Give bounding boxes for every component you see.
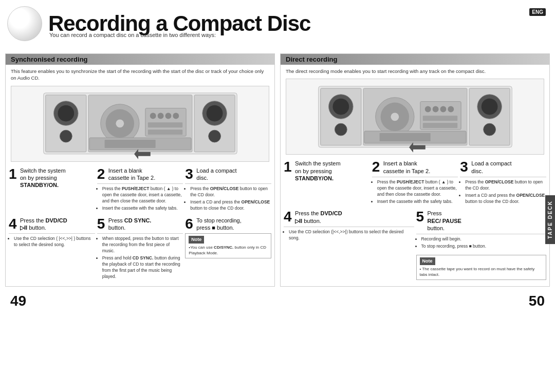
note-label: Note [420, 257, 435, 265]
step-num: 4 [284, 210, 293, 224]
right-heading: Direct recording [286, 55, 337, 63]
left-step-3: 3 Load a compactdisc. Press the OPEN/CLO… [185, 167, 271, 215]
svg-rect-14 [147, 123, 182, 128]
right-device-svg [293, 81, 538, 153]
left-step-4: 4 Press the DVD/CD▷II button. Use the CD… [9, 217, 95, 283]
step-title: Load a compactdisc. [196, 167, 236, 182]
left-step-6: 6 To stop recording,press ■ button. Note… [185, 217, 271, 283]
svg-point-21 [208, 130, 220, 142]
svg-point-33 [424, 106, 431, 112]
svg-point-3 [58, 105, 74, 122]
step-details: Press the PUSH/EJECT button ( ▲ ) to ope… [372, 177, 458, 208]
left-column: Synchronised recording This feature enab… [5, 53, 275, 287]
step-title: Insert a blankcassette in Tape 2. [383, 160, 431, 175]
svg-point-34 [432, 106, 438, 112]
left-step-2: 2 Insert a blankcassette in Tape 2. Pres… [97, 167, 183, 215]
step-num: 1 [9, 167, 18, 181]
left-steps-bottom: 4 Press the DVD/CD▷II button. Use the CD… [6, 216, 274, 286]
svg-point-36 [448, 106, 454, 112]
step-title: Press the DVD/CD▷II button. [295, 210, 342, 225]
left-note: Note •You can use CD/SYNC. button only i… [185, 233, 271, 258]
step-title: Insert a blankcassette in Tape 2. [108, 167, 156, 182]
tape-deck-tab: TAPE DECK [545, 195, 555, 244]
right-step-3: 3 Load a compactdisc. Press the OPEN/CLO… [460, 160, 546, 208]
left-desc: This feature enables you to synchronize … [6, 65, 274, 84]
note-text: •You can use CD/SYNC. button only in CD … [189, 245, 266, 255]
svg-point-44 [483, 123, 495, 136]
note-label: Note [189, 236, 204, 244]
left-device-svg [18, 88, 263, 159]
step-num: 2 [372, 160, 381, 174]
right-column: Direct recording The direct recording mo… [280, 53, 550, 287]
page-num-left: 49 [10, 293, 26, 309]
left-heading: Synchronised recording [11, 55, 88, 63]
svg-rect-40 [379, 133, 430, 141]
right-device-image [286, 79, 544, 155]
left-step-5: 5 Press CD SYNC.button. When stopped, pr… [97, 217, 183, 283]
page: Recording a Compact Disc ENG You can rec… [0, 0, 555, 392]
step-num: 3 [185, 167, 194, 181]
left-section-header: Synchronised recording [6, 54, 274, 65]
svg-point-31 [391, 113, 399, 121]
step-num: 5 [416, 210, 425, 224]
step-details: Use the CD selection ( |<<,>>| ) buttons… [9, 233, 95, 251]
main-columns: Synchronised recording This feature enab… [0, 53, 555, 287]
step-details: Use the CD selection (|<<,>>|) buttons t… [284, 227, 414, 245]
eng-badge: ENG [529, 8, 546, 16]
step-num: 5 [97, 217, 106, 231]
step-title: Press CD SYNC.button. [108, 217, 152, 232]
svg-point-4 [60, 130, 72, 142]
svg-rect-15 [147, 129, 182, 135]
note-text: • The cassette tape you want to record o… [420, 267, 535, 277]
svg-point-11 [157, 113, 163, 119]
right-step-5: 5 PressREC/ PAUSEbutton. Recording will … [416, 210, 547, 280]
step-title: Switch the systemon by pressingSTANDBY/O… [295, 160, 341, 182]
step-details: Recording will begin. To stop recording,… [416, 234, 547, 253]
left-steps-top: 1 Switch the systemon by pressingSTANDBY… [6, 164, 274, 216]
step-num: 1 [284, 160, 293, 174]
logo [7, 6, 42, 41]
right-steps-bottom: 4 Press the DVD/CD▷II button. Use the CD… [281, 209, 549, 283]
right-step-1: 1 Switch the systemon by pressingSTANDBY… [284, 160, 370, 208]
step-num: 6 [185, 217, 194, 231]
svg-point-27 [335, 123, 347, 136]
step-num: 4 [9, 217, 18, 231]
page-numbers: 49 50 [0, 289, 555, 311]
step-details: Press the PUSH/EJECT button ( ▲ ) to ope… [97, 183, 183, 215]
step-num: 2 [97, 167, 106, 181]
step-details: Press the OPEN/CLOSE button to open the … [460, 177, 546, 208]
step-details: When stopped, press the button to start … [97, 233, 183, 283]
right-desc: The direct recording mode enables you to… [281, 65, 549, 77]
header-subtitle: You can record a compact disc on a casse… [49, 32, 216, 38]
left-step-1: 1 Switch the systemon by pressingSTANDBY… [9, 167, 95, 215]
step-details: Press the OPEN/CLOSE button to open the … [185, 183, 271, 215]
step-title: To stop recording,press ■ button. [196, 217, 241, 232]
step-title: Press the DVD/CD▷II button. [20, 217, 67, 232]
svg-rect-37 [422, 116, 457, 121]
right-section-header: Direct recording [281, 54, 549, 65]
svg-point-8 [116, 120, 124, 128]
right-step-4: 4 Press the DVD/CD▷II button. Use the CD… [284, 210, 414, 280]
right-steps-top: 1 Switch the systemon by pressingSTANDBY… [281, 157, 549, 209]
svg-point-12 [165, 113, 171, 119]
svg-point-13 [173, 113, 179, 119]
step-title: PressREC/ PAUSEbutton. [428, 210, 461, 232]
svg-rect-38 [422, 123, 457, 128]
svg-point-10 [150, 113, 156, 119]
step-title: Load a compactdisc. [471, 160, 511, 175]
page-num-right: 50 [529, 293, 545, 309]
svg-point-20 [206, 105, 223, 122]
right-note: Note • The cassette tape you want to rec… [416, 255, 547, 280]
left-device-image [11, 86, 269, 162]
svg-rect-17 [104, 140, 155, 148]
step-title: Switch the systemon by pressingSTANDBY/O… [20, 167, 66, 189]
svg-point-35 [440, 106, 446, 112]
right-step-2: 2 Insert a blankcassette in Tape 2. Pres… [372, 160, 458, 208]
svg-point-43 [481, 99, 497, 115]
svg-point-26 [332, 99, 349, 115]
step-num: 3 [460, 160, 469, 174]
